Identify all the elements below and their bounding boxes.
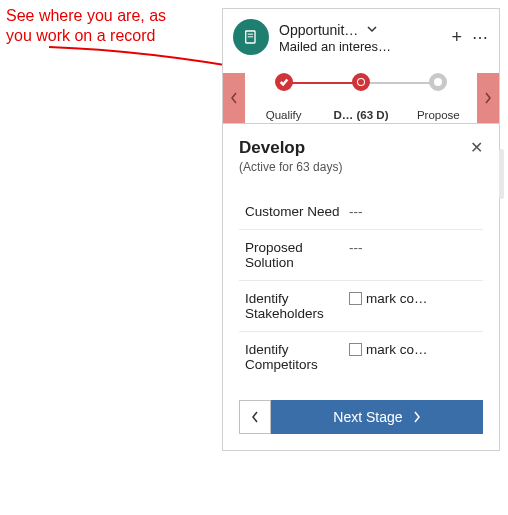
field-label: Identify Competitors xyxy=(239,342,349,372)
more-options-button[interactable]: ⋯ xyxy=(472,28,489,47)
field-row[interactable]: Customer Need --- xyxy=(239,194,483,230)
bpf-prev-button[interactable] xyxy=(223,73,245,123)
record-panel: Opportunit… Mailed an interes… + ⋯ xyxy=(222,8,500,451)
svg-rect-1 xyxy=(248,34,253,35)
next-stage-label: Next Stage xyxy=(333,409,402,425)
stage-label: Qualify xyxy=(245,109,322,121)
field-label: Proposed Solution xyxy=(239,240,349,270)
stage-detail: Develop (Active for 63 days) ✕ Customer … xyxy=(223,123,499,450)
bpf-stage-qualify[interactable]: Qualify xyxy=(245,73,322,123)
record-type-icon xyxy=(233,19,269,55)
close-icon[interactable]: ✕ xyxy=(470,138,483,157)
field-value: --- xyxy=(349,240,483,255)
record-title: Opportunit… xyxy=(279,22,358,38)
checkbox[interactable] xyxy=(349,343,362,356)
prev-stage-button[interactable] xyxy=(239,400,271,434)
bpf-stage-propose[interactable]: Propose xyxy=(400,73,477,123)
record-subtitle: Mailed an interes… xyxy=(279,39,451,54)
stage-name: Develop xyxy=(239,138,342,158)
stage-next-icon xyxy=(429,73,447,91)
field-row[interactable]: Proposed Solution --- xyxy=(239,230,483,281)
panel-header: Opportunit… Mailed an interes… + ⋯ xyxy=(223,9,499,63)
add-button[interactable]: + xyxy=(451,27,462,48)
stage-active-icon xyxy=(352,73,370,91)
checkbox[interactable] xyxy=(349,292,362,305)
stage-label: Propose xyxy=(400,109,477,121)
scrollbar[interactable] xyxy=(499,149,504,199)
chevron-right-icon xyxy=(413,411,421,423)
field-label: Customer Need xyxy=(239,204,349,219)
field-row[interactable]: Identify Competitors mark co… xyxy=(239,332,483,382)
bpf-next-button[interactable] xyxy=(477,73,499,123)
annotation-callout: See where you are, asyou work on a recor… xyxy=(6,6,166,46)
field-label: Identify Stakeholders xyxy=(239,291,349,321)
next-stage-button[interactable]: Next Stage xyxy=(271,400,483,434)
stage-done-icon xyxy=(275,73,293,91)
stage-label: D… (63 D) xyxy=(322,109,399,121)
business-process-flow: Qualify D… (63 D) Propose xyxy=(223,73,499,123)
svg-rect-2 xyxy=(248,36,253,37)
chevron-down-icon[interactable] xyxy=(366,21,378,39)
field-row[interactable]: Identify Stakeholders mark co… xyxy=(239,281,483,332)
bpf-stage-develop[interactable]: D… (63 D) xyxy=(322,73,399,123)
stage-duration: (Active for 63 days) xyxy=(239,160,342,174)
checkbox-label: mark co… xyxy=(366,291,428,306)
checkbox-label: mark co… xyxy=(366,342,428,357)
field-value: --- xyxy=(349,204,483,219)
